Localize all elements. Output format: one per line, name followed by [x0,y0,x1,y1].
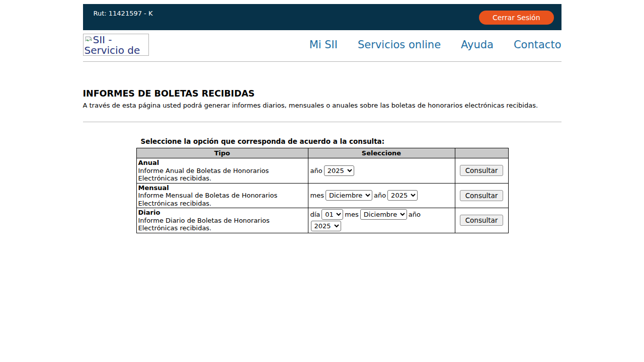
consultar-button[interactable]: Consultar [460,215,504,226]
consultar-button[interactable]: Consultar [460,165,504,176]
select-label: año [409,211,421,218]
report-period-cell: año2025 [308,158,455,184]
nav-contacto[interactable]: Contacto [514,39,561,51]
column-header-tipo: Tipo [136,148,308,158]
nav-mi-sii[interactable]: Mi SII [309,39,338,51]
page-container: Rut: 11421597 - K Cerrar Sesión SII - Se… [83,4,561,233]
header-divider [83,61,561,62]
report-type-title: Mensual [138,184,306,192]
report-action-cell: Consultar [455,183,508,208]
report-type-cell: AnualInforme Anual de Boletas de Honorar… [136,158,308,184]
logout-button[interactable]: Cerrar Sesión [479,11,554,25]
year-select[interactable]: 2025 [311,221,341,231]
consulta-section: Seleccione la opción que corresponda de … [136,137,508,233]
select-label: día [310,211,320,218]
year-select[interactable]: 2025 [387,190,418,201]
column-header-seleccione: Seleccione [308,148,455,158]
nav-servicios-online[interactable]: Servicios online [358,39,441,51]
report-type-title: Anual [138,159,306,167]
report-type-cell: MensualInforme Mensual de Boletas de Hon… [136,183,308,208]
report-options-table: Tipo Seleccione AnualInforme Anual de Bo… [136,148,509,233]
report-action-cell: Consultar [455,208,508,233]
main-nav: Mi SII Servicios online Ayuda Contacto [309,39,561,51]
day-select[interactable]: 01 [321,209,343,220]
consultar-button[interactable]: Consultar [460,190,504,201]
table-header-row: Tipo Seleccione [136,148,508,158]
report-period-cell: día01mesDiciembreaño2025 [308,208,455,233]
select-label: año [310,167,323,174]
site-header: SII - Servicio de Mi SII Servicios onlin… [83,34,561,56]
page-title: INFORMES DE BOLETAS RECIBIDAS [83,88,561,99]
section-divider [83,122,561,122]
logo-alt-text: SII - Servicio de [85,34,140,56]
month-select[interactable]: Diciembre [326,190,372,201]
select-label: mes [310,192,324,199]
report-period-cell: mesDiciembreaño2025 [308,183,455,208]
table-row-anual: AnualInforme Anual de Boletas de Honorar… [136,158,508,184]
select-label: mes [345,211,358,218]
top-bar: Rut: 11421597 - K Cerrar Sesión [83,4,561,30]
broken-image-icon [85,36,93,44]
consulta-prompt: Seleccione la opción que corresponda de … [141,137,508,145]
table-row-diario: DiarioInforme Diario de Boletas de Honor… [136,208,508,233]
report-type-cell: DiarioInforme Diario de Boletas de Honor… [136,208,308,233]
column-header-empty [455,148,508,158]
select-label: año [374,192,386,199]
rut-label: Rut: 11421597 - K [94,10,153,30]
page-description: A través de esta página usted podrá gene… [83,102,561,109]
sii-logo-broken-image[interactable]: SII - Servicio de [83,34,149,56]
report-type-title: Diario [138,209,306,217]
table-row-mensual: MensualInforme Mensual de Boletas de Hon… [136,183,508,208]
nav-ayuda[interactable]: Ayuda [461,39,494,51]
year-select[interactable]: 2025 [324,165,354,176]
report-action-cell: Consultar [455,158,508,184]
month-select[interactable]: Diciembre [360,209,407,220]
